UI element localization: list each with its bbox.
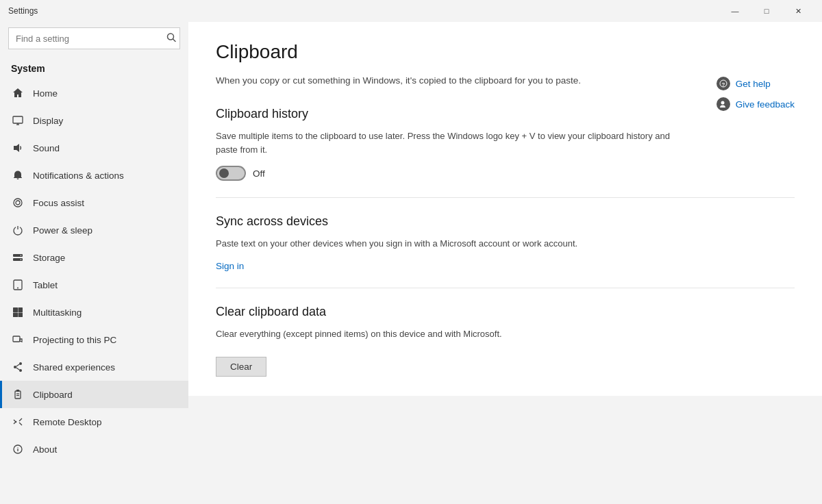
svg-point-20 — [14, 366, 16, 368]
clipboard-history-toggle-label: Off — [253, 168, 265, 179]
nav-label-tablet: Tablet — [33, 280, 58, 290]
nav-item-remote[interactable]: Remote Desktop — [0, 408, 188, 436]
remote-icon — [11, 415, 25, 429]
svg-point-34 — [17, 447, 18, 448]
clear-section: Clear clipboard data Clear everything (e… — [216, 305, 795, 377]
display-icon — [11, 114, 25, 127]
nav-label-remote: Remote Desktop — [33, 417, 102, 427]
feedback-icon — [717, 97, 730, 111]
nav-item-display[interactable]: Display — [0, 107, 188, 134]
nav-item-home[interactable]: Home — [0, 79, 188, 107]
nav-item-clipboard[interactable]: Clipboard — [0, 381, 188, 408]
svg-marker-5 — [14, 144, 19, 152]
page-title: Clipboard — [216, 41, 795, 63]
svg-rect-17 — [18, 313, 23, 318]
svg-rect-15 — [18, 307, 23, 312]
divider-1 — [216, 197, 795, 198]
clipboard-history-desc: Save multiple items to the clipboard to … — [216, 129, 682, 156]
about-icon — [11, 442, 25, 456]
main-content: Clipboard When you copy or cut something… — [188, 22, 822, 396]
nav-item-notifications[interactable]: Notifications & actions — [0, 162, 188, 189]
projecting-icon — [11, 333, 25, 346]
nav-label-power: Power & sleep — [33, 225, 92, 236]
storage-icon — [11, 251, 25, 264]
focus-icon — [11, 196, 25, 210]
clear-button[interactable]: Clear — [216, 357, 266, 377]
clipboard-history-toggle[interactable] — [216, 166, 246, 181]
clipboard-history-toggle-row: Off — [216, 166, 795, 181]
multitasking-icon — [11, 305, 25, 319]
svg-point-6 — [14, 199, 22, 207]
search-icon[interactable] — [166, 33, 176, 45]
divider-2 — [216, 288, 795, 288]
clear-title: Clear clipboard data — [216, 305, 795, 319]
nav-label-focus: Focus assist — [33, 198, 84, 208]
nav-item-shared[interactable]: Shared experiences — [0, 353, 188, 381]
svg-point-10 — [21, 255, 22, 256]
minimize-button[interactable]: — — [719, 0, 751, 22]
svg-rect-24 — [15, 391, 21, 399]
svg-rect-18 — [13, 336, 20, 342]
nav-item-multitasking[interactable]: Multitasking — [0, 299, 188, 326]
nav-label-notifications: Notifications & actions — [33, 171, 124, 181]
give-feedback-link[interactable]: Give feedback — [717, 97, 795, 111]
nav-label-about: About — [33, 444, 57, 455]
search-input[interactable] — [8, 27, 180, 49]
page-description: When you copy or cut something in Window… — [216, 74, 682, 88]
svg-point-7 — [16, 201, 20, 205]
svg-line-31 — [19, 423, 22, 425]
title-bar-controls: — □ ✕ — [719, 0, 814, 22]
svg-rect-14 — [13, 307, 18, 312]
search-box — [8, 27, 180, 49]
main-wrapper: Clipboard When you copy or cut something… — [188, 22, 822, 504]
app-title: Settings — [8, 6, 38, 16]
give-feedback-label: Give feedback — [736, 99, 795, 110]
power-icon — [11, 223, 25, 237]
clipboard-history-section: Clipboard history Save multiple items to… — [216, 107, 795, 181]
help-icon: ? — [717, 77, 730, 90]
tablet-icon — [11, 278, 25, 292]
svg-point-21 — [19, 369, 22, 372]
title-bar: Settings — □ ✕ — [0, 0, 822, 22]
svg-rect-16 — [13, 313, 18, 318]
shared-icon — [11, 360, 25, 374]
nav-item-projecting[interactable]: Projecting to this PC — [0, 326, 188, 353]
clipboard-history-title: Clipboard history — [216, 107, 795, 121]
nav-label-multitasking: Multitasking — [33, 307, 82, 318]
maximize-button[interactable]: □ — [751, 0, 782, 22]
nav-item-sound[interactable]: Sound — [0, 134, 188, 162]
notifications-icon — [11, 168, 25, 182]
nav-label-storage: Storage — [33, 253, 65, 263]
svg-point-11 — [21, 259, 22, 260]
nav-item-about[interactable]: About — [0, 436, 188, 463]
nav-label-projecting: Projecting to this PC — [33, 335, 116, 345]
toggle-thumb — [219, 168, 229, 178]
svg-point-19 — [19, 362, 22, 365]
svg-point-37 — [721, 101, 724, 105]
svg-text:?: ? — [721, 81, 725, 88]
nav-item-storage[interactable]: Storage — [0, 244, 188, 271]
sidebar-section-title: System — [0, 58, 188, 79]
sign-in-link[interactable]: Sign in — [216, 261, 244, 271]
nav-label-home: Home — [33, 88, 58, 99]
app-body: System Home Display Sound Notifications — [0, 22, 822, 504]
sync-title: Sync across devices — [216, 214, 795, 229]
nav-item-power[interactable]: Power & sleep — [0, 216, 188, 244]
svg-rect-25 — [16, 390, 19, 392]
nav-item-tablet[interactable]: Tablet — [0, 271, 188, 299]
sync-desc: Paste text on your other devices when yo… — [216, 237, 682, 251]
svg-line-29 — [19, 418, 22, 421]
nav-item-focus[interactable]: Focus assist — [0, 189, 188, 216]
help-section: ? Get help Give feedback — [717, 77, 795, 111]
home-icon — [11, 86, 25, 100]
sound-icon — [11, 141, 25, 155]
nav-label-shared: Shared experiences — [33, 362, 115, 373]
clipboard-icon — [11, 388, 25, 401]
sidebar: System Home Display Sound Notifications — [0, 22, 188, 504]
close-button[interactable]: ✕ — [782, 0, 814, 22]
sync-section: Sync across devices Paste text on your o… — [216, 214, 795, 271]
svg-rect-2 — [13, 116, 23, 123]
title-bar-left: Settings — [8, 6, 38, 16]
get-help-link[interactable]: ? Get help — [717, 77, 795, 90]
svg-line-1 — [173, 39, 176, 42]
